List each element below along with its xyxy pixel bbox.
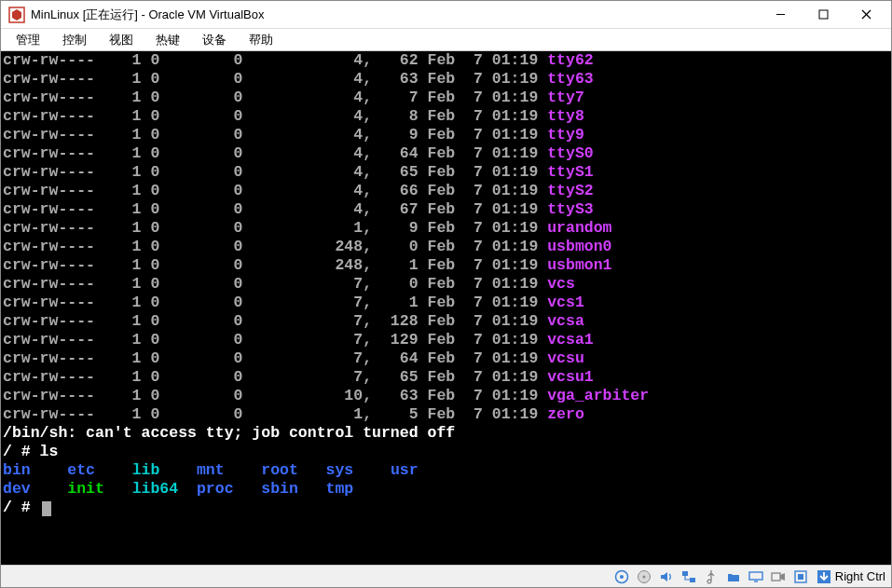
title-bar: MinLinux [正在运行] - Oracle VM VirtualBox <box>1 1 891 29</box>
disc-icon[interactable] <box>613 568 630 585</box>
host-key-label: Right Ctrl <box>835 569 885 583</box>
shared-folders-icon[interactable] <box>725 568 742 585</box>
menu-manage[interactable]: 管理 <box>5 29 51 51</box>
menu-help[interactable]: 帮助 <box>238 29 284 51</box>
terminal[interactable]: crw-rw---- 1 0 0 4, 62 Feb 7 01:19 tty62… <box>1 51 891 565</box>
svg-rect-10 <box>690 578 695 582</box>
svg-rect-9 <box>682 571 688 576</box>
usb-icon[interactable] <box>703 568 720 585</box>
arrow-down-icon <box>817 569 831 584</box>
app-icon <box>8 7 25 23</box>
audio-icon[interactable] <box>658 568 675 585</box>
recording-icon[interactable] <box>770 568 787 585</box>
network-icon[interactable] <box>680 568 697 585</box>
menu-hotkeys[interactable]: 热键 <box>144 29 191 51</box>
menu-view[interactable]: 视图 <box>98 29 144 51</box>
window-title: MinLinux [正在运行] - Oracle VM VirtualBox <box>31 7 264 23</box>
menu-devices[interactable]: 设备 <box>191 29 238 51</box>
close-button[interactable] <box>844 1 887 29</box>
menu-bar: 管理 控制 视图 热键 设备 帮助 <box>1 29 891 51</box>
svg-rect-15 <box>798 574 803 580</box>
minimize-button[interactable] <box>759 1 802 29</box>
display-icon[interactable] <box>748 568 764 585</box>
status-bar: Right Ctrl <box>1 565 891 587</box>
svg-rect-11 <box>749 572 762 580</box>
svg-rect-13 <box>772 573 780 581</box>
hdd-icon[interactable] <box>636 568 652 585</box>
svg-rect-2 <box>819 10 828 19</box>
svg-point-8 <box>642 575 645 578</box>
menu-control[interactable]: 控制 <box>51 29 98 51</box>
svg-point-6 <box>620 575 624 579</box>
guest-additions-icon[interactable] <box>792 568 809 585</box>
maximize-button[interactable] <box>802 1 844 29</box>
host-key-hint: Right Ctrl <box>817 569 885 584</box>
